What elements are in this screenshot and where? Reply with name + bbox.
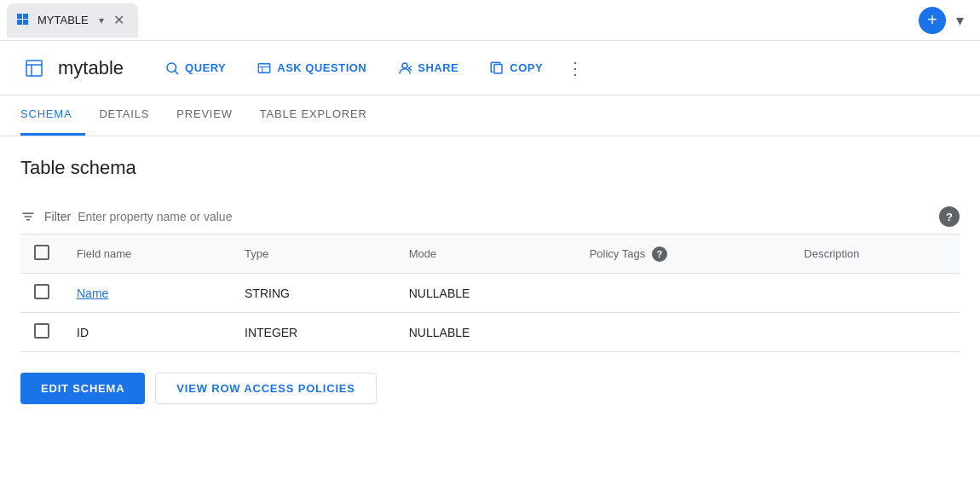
- svg-line-8: [175, 71, 177, 73]
- top-bar: MYTABLE ▾ ✕ + ▾: [0, 0, 980, 41]
- id-field-name: ID: [63, 313, 231, 352]
- tab-table-explorer[interactable]: TABLE EXPLORER: [246, 95, 381, 136]
- mytable-tab[interactable]: MYTABLE ▾ ✕: [7, 3, 138, 38]
- col-type: Type: [231, 235, 395, 274]
- table-grid-icon: [17, 14, 31, 27]
- select-all-checkbox[interactable]: [34, 245, 49, 260]
- svg-rect-0: [17, 14, 22, 19]
- toolbar-more-button[interactable]: ⋮: [560, 53, 591, 84]
- view-row-access-button[interactable]: VIEW ROW ACCESS POLICIES: [155, 373, 376, 404]
- svg-rect-4: [26, 61, 42, 76]
- id-description: [791, 313, 960, 352]
- tab-schema[interactable]: SCHEMA: [20, 95, 85, 136]
- main-content: Table schema Filter ? Field name: [0, 136, 980, 421]
- more-tabs-icon[interactable]: ▾: [946, 7, 973, 34]
- bottom-actions: EDIT SCHEMA VIEW ROW ACCESS POLICIES: [20, 356, 960, 421]
- name-description: [791, 274, 960, 313]
- row-checkbox-id: [20, 313, 63, 352]
- svg-rect-9: [259, 63, 271, 72]
- toolbar-actions: QUERY ASK QUESTION SHARE: [151, 53, 960, 84]
- toolbar: mytable QUERY ASK QUESTION: [0, 41, 980, 96]
- col-description: Description: [791, 235, 960, 274]
- filter-help-icon[interactable]: ?: [939, 206, 960, 227]
- tab-label: MYTABLE: [37, 14, 89, 26]
- name-row-checkbox[interactable]: [34, 284, 49, 299]
- query-button[interactable]: QUERY: [151, 54, 239, 83]
- svg-point-12: [402, 63, 407, 68]
- filter-input[interactable]: [78, 210, 939, 223]
- tab-preview[interactable]: PREVIEW: [163, 95, 246, 136]
- id-type: INTEGER: [231, 313, 395, 352]
- ask-question-icon: [257, 61, 272, 76]
- table-header-row: Field name Type Mode Policy Tags ? Descr…: [20, 235, 960, 274]
- col-mode: Mode: [395, 235, 576, 274]
- svg-rect-15: [494, 64, 502, 73]
- filter-label: Filter: [44, 210, 71, 223]
- table-row: ID INTEGER NULLABLE: [20, 313, 960, 352]
- new-tab-button[interactable]: +: [919, 7, 946, 34]
- share-button[interactable]: SHARE: [383, 54, 472, 83]
- schema-table: Field name Type Mode Policy Tags ? Descr…: [20, 235, 960, 352]
- table-toolbar-icon: [20, 55, 48, 82]
- section-title: Table schema: [20, 157, 960, 179]
- id-policy-tags: [576, 313, 791, 352]
- share-icon: [397, 61, 412, 76]
- query-icon: [164, 61, 180, 76]
- svg-rect-3: [23, 20, 28, 25]
- id-row-checkbox[interactable]: [34, 323, 49, 339]
- header-checkbox-cell: [20, 235, 63, 274]
- filter-bar: Filter ?: [20, 200, 960, 235]
- col-field-name: Field name: [63, 235, 231, 274]
- tabs-bar: SCHEMA DETAILS PREVIEW TABLE EXPLORER: [0, 96, 980, 136]
- svg-rect-2: [17, 20, 22, 25]
- name-mode: NULLABLE: [395, 274, 576, 313]
- copy-icon: [489, 61, 504, 76]
- name-field-name: Name: [63, 274, 231, 313]
- tab-chevron-icon[interactable]: ▾: [99, 14, 104, 26]
- policy-tags-help-icon[interactable]: ?: [652, 246, 667, 262]
- tab-details[interactable]: DETAILS: [85, 95, 163, 136]
- name-policy-tags: [576, 274, 791, 313]
- table-name-label: mytable: [58, 57, 124, 79]
- row-checkbox-name: [20, 274, 63, 313]
- svg-rect-1: [23, 14, 28, 19]
- name-type: STRING: [231, 274, 395, 313]
- table-row: Name STRING NULLABLE: [20, 274, 960, 313]
- filter-icon: Filter: [20, 209, 71, 224]
- name-field-link[interactable]: Name: [77, 287, 108, 300]
- edit-schema-button[interactable]: EDIT SCHEMA: [20, 373, 145, 404]
- copy-button[interactable]: COPY: [476, 54, 556, 83]
- col-policy-tags: Policy Tags ?: [576, 235, 791, 274]
- tab-close-icon[interactable]: ✕: [111, 12, 128, 29]
- id-mode: NULLABLE: [395, 313, 576, 352]
- ask-question-button[interactable]: ASK QUESTION: [243, 54, 380, 83]
